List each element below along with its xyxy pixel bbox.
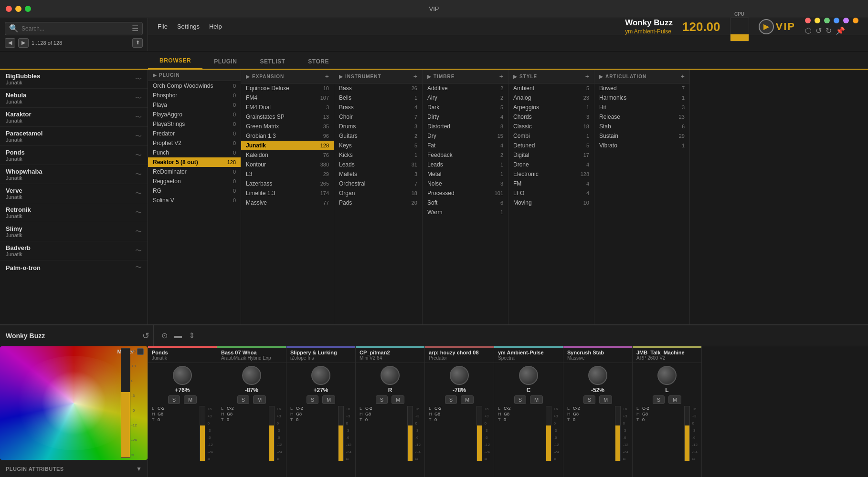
list-item[interactable]: Electronic128 [508,169,594,179]
list-item[interactable]: Distorted8 [423,122,508,131]
list-item[interactable]: Reggaeton0 [148,176,241,186]
list-item[interactable]: Soft6 [423,198,508,207]
search-box[interactable]: 🔍 ☰ [5,22,143,35]
list-item[interactable]: Sustain29 [594,131,689,141]
list-item[interactable]: Bowed7 [594,83,689,93]
list-item[interactable]: Release23 [594,112,689,122]
list-item[interactable]: Stab6 [594,122,689,131]
list-item[interactable]: Warm1 [423,207,508,217]
track-knob[interactable] [657,366,677,385]
sidebar-item[interactable]: BigBubbles Junatik 〜 [0,70,148,89]
circle-icon[interactable]: ⊙ [161,331,168,340]
list-item[interactable]: PlayaStrings0 [148,119,241,129]
list-item[interactable]: Junatik128 [241,141,334,150]
undo-icon[interactable]: ↺ [815,26,822,35]
list-item[interactable]: PlayaAggro0 [148,110,241,119]
list-item[interactable]: Hit3 [594,103,689,112]
list-item[interactable]: LFO4 [508,188,594,198]
style-add-button[interactable]: + [585,73,589,80]
track-knob[interactable] [588,366,607,385]
list-item[interactable]: Combi1 [508,131,594,141]
list-item[interactable]: ReDominator0 [148,167,241,176]
list-item[interactable]: Noise3 [423,179,508,188]
list-item[interactable]: FM4 [508,179,594,188]
instrument-add-button[interactable]: + [413,73,417,80]
pin-icon[interactable]: 📌 [836,26,845,35]
list-item[interactable]: RG0 [148,186,241,196]
sidebar-item[interactable]: Paracetamol Junatik 〜 [0,127,148,146]
list-item[interactable]: Ambient5 [508,83,594,93]
tab-browser[interactable]: BROWSER [148,53,202,69]
list-item[interactable]: Pads20 [334,198,422,207]
list-item[interactable]: Moving10 [508,198,594,207]
tab-plugin[interactable]: PLUGIN [202,54,248,69]
list-item[interactable]: Punch0 [148,148,241,157]
list-item[interactable]: Kicks1 [334,150,422,160]
list-item[interactable]: Digital17 [508,150,594,160]
tab-setlist[interactable]: SETLIST [249,54,297,69]
articulation-add-button[interactable]: + [681,73,685,80]
list-item[interactable]: Classic18 [508,122,594,131]
list-item[interactable]: Lazerbass265 [241,179,334,188]
mute-button[interactable]: M [530,395,543,404]
mute-button[interactable]: M [599,395,612,404]
list-item[interactable]: Processed101 [423,188,508,198]
list-item[interactable]: Bass26 [334,83,422,93]
list-item[interactable]: Additive2 [423,83,508,93]
list-item[interactable]: Keys5 [334,141,422,150]
share-icon[interactable]: ⬡ [805,26,812,35]
list-item[interactable]: Kontour380 [241,160,334,169]
list-item[interactable]: Metal1 [423,169,508,179]
list-item[interactable]: Prophet V20 [148,138,241,148]
sidebar-item[interactable]: Whopwhaba Junatik 〜 [0,165,148,184]
search-input[interactable] [21,25,117,32]
close-button[interactable] [6,6,12,12]
sidebar-item[interactable]: Nebula Junatik 〜 [0,89,148,108]
list-item[interactable]: Drums3 [334,122,422,131]
redo-icon[interactable]: ↻ [826,26,832,35]
sidebar-item[interactable]: Palm-o-tron 〜 [0,260,148,275]
menu-help[interactable]: Help [209,23,222,30]
list-item[interactable]: Limelite 1.3174 [241,188,334,198]
solo-button[interactable]: S [376,395,388,404]
mute-button[interactable]: M [322,395,335,404]
track-volume-bar[interactable] [476,406,482,461]
list-item[interactable]: Kaleidon76 [241,150,334,160]
list-item[interactable]: Drone4 [508,160,594,169]
list-item[interactable]: FM4107 [241,93,334,103]
sidebar-item[interactable]: Ponds Junatik 〜 [0,146,148,165]
list-item[interactable]: Harmonics1 [594,93,689,103]
sidebar-item[interactable]: Retronik Junatik 〜 [0,203,148,222]
list-item[interactable]: Feedback2 [423,150,508,160]
track-knob[interactable] [519,366,538,385]
list-item[interactable]: Leads1 [423,160,508,169]
nav-back-button[interactable]: ◀ [5,38,15,48]
list-item[interactable]: Phosphor0 [148,91,241,100]
track-volume-bar[interactable] [684,406,690,461]
expansion-add-button[interactable]: + [325,73,329,80]
list-item[interactable]: FM4 Dual3 [241,103,334,112]
list-item[interactable]: Chords3 [508,112,594,122]
mute-button[interactable]: M [253,395,266,404]
track-volume-bar[interactable] [546,406,551,461]
list-item[interactable]: Dirty4 [423,112,508,122]
sidebar-item[interactable]: Badverb Junatik 〜 [0,241,148,260]
list-item[interactable]: Orchestral7 [334,179,422,188]
solo-button[interactable]: S [653,395,665,404]
list-item[interactable]: Dark5 [423,103,508,112]
track-knob[interactable] [450,366,469,385]
mute-button[interactable]: M [668,395,681,404]
track-volume-bar[interactable] [338,406,344,461]
nav-forward-button[interactable]: ▶ [18,38,29,48]
sidebar-item[interactable]: Slimy Junatik 〜 [0,222,148,241]
list-item[interactable]: Vibrato1 [594,141,689,150]
list-item[interactable]: Grobian 1.396 [241,131,334,141]
solo-button[interactable]: S [583,395,595,404]
sidebar-item[interactable]: Karaktor Junatik 〜 [0,108,148,127]
timbre-add-button[interactable]: + [499,73,503,80]
solo-button[interactable]: S [307,395,318,404]
list-item[interactable]: Bells1 [334,93,422,103]
solo-button[interactable]: S [237,395,249,404]
track-knob[interactable] [242,366,261,385]
list-item[interactable]: Equinoxe Deluxe10 [241,83,334,93]
